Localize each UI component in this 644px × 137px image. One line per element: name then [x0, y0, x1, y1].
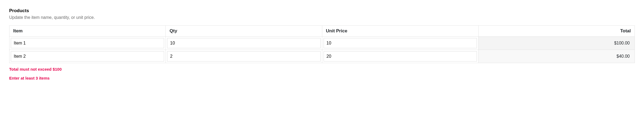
- item-price-input[interactable]: [324, 51, 477, 61]
- error-message: Enter at least 3 items: [9, 76, 635, 80]
- table-row: $100.00: [9, 37, 635, 50]
- cell-total: $40.00: [478, 50, 635, 63]
- item-qty-input[interactable]: [167, 51, 320, 61]
- item-price-input[interactable]: [324, 38, 477, 48]
- header-qty: Qty: [166, 26, 322, 37]
- item-name-input[interactable]: [11, 51, 164, 61]
- section-subtitle: Update the item name, quantity, or unit …: [9, 15, 635, 20]
- cell-qty: [166, 37, 322, 50]
- cell-item: [9, 50, 166, 63]
- error-message: Total must not exceed $100: [9, 67, 635, 71]
- products-table: Item Qty Unit Price Total $100.00: [9, 25, 635, 63]
- cell-item: [9, 37, 166, 50]
- header-total: Total: [478, 26, 635, 37]
- cell-qty: [166, 50, 322, 63]
- cell-price: [322, 37, 478, 50]
- item-qty-input[interactable]: [167, 38, 320, 48]
- header-unit-price: Unit Price: [322, 26, 478, 37]
- section-title: Products: [9, 8, 635, 13]
- item-name-input[interactable]: [11, 38, 164, 48]
- cell-price: [322, 50, 478, 63]
- table-row: $40.00: [9, 50, 635, 63]
- header-item: Item: [9, 26, 166, 37]
- cell-total: $100.00: [478, 37, 635, 50]
- table-header-row: Item Qty Unit Price Total: [9, 26, 635, 37]
